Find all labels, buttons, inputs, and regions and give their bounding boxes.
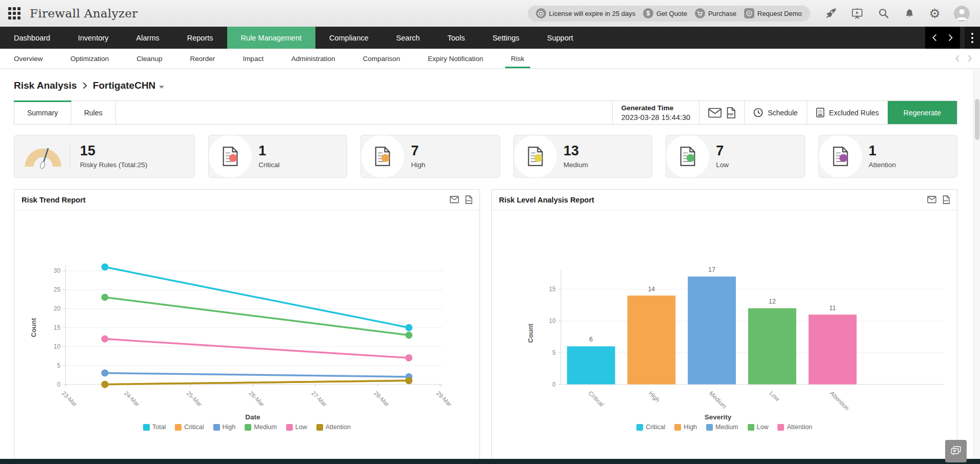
request-demo-link[interactable]: Request Demo — [744, 8, 802, 18]
settings-gear-icon[interactable]: ⚙ — [929, 7, 941, 20]
svg-text:15: 15 — [549, 286, 556, 293]
breadcrumb-section[interactable]: Risk Analysis — [14, 80, 77, 91]
scrollbar-thumb[interactable] — [975, 99, 979, 140]
export-pdf-icon[interactable]: PDF — [726, 107, 735, 118]
legend-high[interactable]: High — [674, 423, 697, 431]
svg-text:Low: Low — [768, 390, 782, 403]
svg-text:PDF: PDF — [467, 199, 471, 202]
legend-critical[interactable]: Critical — [175, 423, 204, 431]
get-quote-link[interactable]: $ Get Quote — [643, 8, 687, 18]
nav-item-inventory[interactable]: Inventory — [64, 27, 123, 49]
card-label: High — [411, 161, 425, 169]
generated-time-value: 2023-03-28 15:44:30 — [622, 113, 691, 122]
tab-summary[interactable]: Summary — [14, 101, 71, 124]
subnav-scroll-right-icon[interactable] — [968, 55, 972, 62]
svg-text:Count: Count — [527, 324, 534, 343]
excluded-rules-button[interactable]: Excluded Rules — [807, 101, 888, 124]
nav-item-support[interactable]: Support — [533, 27, 587, 49]
svg-text:20: 20 — [53, 305, 61, 312]
svg-text:10: 10 — [549, 317, 556, 325]
nav-item-settings[interactable]: Settings — [478, 27, 533, 49]
firewall-analyzer-page: { "app": { "title": "Firewall Analyzer" … — [0, 0, 980, 464]
risk-trend-chart: 05101520253023-Mar24-Mar25-Mar26-Mar27-M… — [14, 210, 479, 422]
nav-item-tools[interactable]: Tools — [434, 27, 479, 49]
svg-text:Severity: Severity — [705, 413, 732, 421]
svg-text:Attention: Attention — [828, 390, 850, 412]
subnav-item-impact[interactable]: Impact — [229, 49, 277, 68]
svg-text:27-Mar: 27-Mar — [310, 390, 328, 408]
svg-text:Date: Date — [245, 413, 261, 421]
report-doc-icon — [832, 146, 849, 167]
license-badge-icon — [536, 8, 546, 18]
global-search-icon[interactable] — [877, 7, 890, 19]
svg-text:5: 5 — [57, 362, 61, 369]
subnav-item-overview[interactable]: Overview — [0, 49, 56, 68]
rule-management-subnav: OverviewOptimizationCleanupReorderImpact… — [0, 49, 980, 69]
generated-time: Generated Time 2023-03-28 15:44:30 — [612, 101, 699, 124]
nav-item-alarms[interactable]: Alarms — [123, 27, 173, 49]
svg-text:26-Mar: 26-Mar — [248, 390, 266, 408]
email-report-icon[interactable] — [450, 196, 459, 204]
card-label: Critical — [258, 161, 279, 169]
device-selector[interactable]: FortigateCHN — [93, 80, 164, 91]
legend-low[interactable]: Low — [748, 423, 769, 431]
email-report-icon[interactable] — [708, 108, 722, 118]
card-risky-rules-total-25-: 15Risky Rules (Total:25) — [14, 135, 195, 178]
dollar-icon: $ — [643, 8, 653, 18]
card-attention: 1Attention — [818, 135, 957, 178]
report-doc-icon — [222, 146, 239, 167]
demo-presentation-icon[interactable] — [851, 7, 864, 20]
legend-low[interactable]: Low — [286, 423, 307, 431]
subnav-item-cleanup[interactable]: Cleanup — [123, 49, 176, 68]
card-label: Risky Rules (Total:25) — [80, 161, 147, 169]
card-high: 7High — [361, 135, 499, 178]
nav-item-reports[interactable]: Reports — [173, 27, 227, 49]
notifications-bell-icon[interactable] — [904, 8, 915, 19]
legend-critical[interactable]: Critical — [636, 423, 665, 431]
svg-text:24-Mar: 24-Mar — [123, 390, 141, 408]
subnav-item-expiry-notification[interactable]: Expiry Notification — [414, 49, 497, 68]
risk-level-panel: Risk Level Analysis Report PDF 0510156Cr… — [491, 189, 957, 464]
whats-new-rocket-icon[interactable] — [824, 7, 837, 20]
email-report-icon[interactable] — [927, 196, 936, 204]
nav-item-compliance[interactable]: Compliance — [315, 27, 383, 49]
subnav-scroll-left-icon[interactable] — [955, 55, 959, 62]
svg-text:6: 6 — [589, 336, 593, 343]
chevron-right-icon — [83, 82, 87, 89]
legend-high[interactable]: High — [213, 423, 236, 431]
generated-time-label: Generated Time — [622, 104, 674, 112]
app-title: Firewall Analyzer — [30, 7, 138, 20]
risk-level-chart: 0510156Critical14High17Medium12Low11Atte… — [492, 210, 957, 422]
regenerate-button[interactable]: Regenerate — [888, 101, 957, 124]
purchase-link[interactable]: Purchase — [695, 8, 736, 18]
subnav-item-optimization[interactable]: Optimization — [56, 49, 123, 68]
nav-scroll-left-icon[interactable] — [932, 34, 937, 42]
nav-item-dashboard[interactable]: Dashboard — [0, 27, 64, 49]
subnav-item-reorder[interactable]: Reorder — [176, 49, 229, 68]
nav-more-kebab-icon[interactable] — [965, 27, 980, 49]
schedule-button[interactable]: Schedule — [744, 101, 806, 124]
export-pdf-icon[interactable]: PDF — [465, 195, 472, 204]
bottom-bar — [0, 459, 980, 464]
legend-attention[interactable]: Attention — [777, 423, 812, 431]
tab-rules[interactable]: Rules — [71, 101, 116, 124]
apps-grid-icon[interactable] — [8, 7, 21, 20]
legend-attention[interactable]: Attention — [316, 423, 351, 431]
svg-text:11: 11 — [829, 305, 836, 312]
legend-total[interactable]: Total — [143, 423, 166, 431]
breadcrumb-device: FortigateCHN — [93, 80, 155, 91]
legend-medium[interactable]: Medium — [245, 423, 276, 431]
subnav-item-risk[interactable]: Risk — [497, 49, 538, 68]
export-pdf-icon[interactable]: PDF — [943, 195, 950, 204]
subnav-item-comparison[interactable]: Comparison — [349, 49, 414, 68]
nav-scroll-right-icon[interactable] — [948, 34, 953, 42]
svg-text:PDF: PDF — [728, 113, 734, 116]
nav-item-search[interactable]: Search — [383, 27, 434, 49]
svg-text:High: High — [647, 390, 661, 404]
legend-medium[interactable]: Medium — [706, 423, 738, 431]
nav-item-rule-management[interactable]: Rule Management — [227, 27, 316, 49]
user-avatar[interactable] — [954, 6, 970, 22]
report-doc-icon — [679, 146, 696, 167]
feedback-chat-button[interactable] — [945, 440, 967, 462]
subnav-item-administration[interactable]: Administration — [277, 49, 349, 68]
